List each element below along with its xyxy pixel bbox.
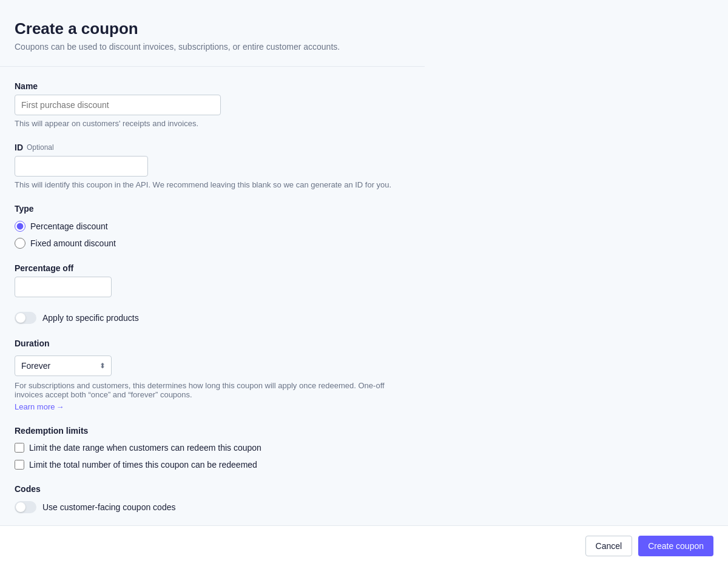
codes-toggle-switch[interactable] — [15, 501, 36, 513]
duration-label: Duration — [15, 339, 410, 348]
type-radio-group: Percentage discount Fixed amount discoun… — [15, 221, 410, 249]
id-input[interactable] — [15, 156, 148, 177]
percentage-label: Percentage off — [15, 263, 410, 273]
apply-specific-toggle-switch[interactable] — [15, 312, 36, 324]
type-label: Type — [15, 204, 410, 214]
page-title: Create a coupon — [15, 19, 410, 38]
type-fixed-radio[interactable] — [15, 238, 25, 249]
name-helper: This will appear on customers' receipts … — [15, 119, 410, 128]
name-input[interactable] — [15, 95, 221, 115]
percentage-input-wrapper: % — [15, 277, 112, 297]
redemption-date-option[interactable]: Limit the date range when customers can … — [15, 443, 410, 453]
footer-bar: Cancel Create coupon — [0, 525, 728, 566]
type-percentage-option[interactable]: Percentage discount — [15, 221, 410, 232]
id-label: ID Optional — [15, 143, 410, 152]
id-optional-label: Optional — [27, 143, 54, 152]
apply-specific-label: Apply to specific products — [42, 313, 139, 323]
type-section: Type Percentage discount Fixed amount di… — [15, 204, 410, 249]
type-percentage-radio[interactable] — [15, 221, 25, 232]
id-section: ID Optional This will identify this coup… — [15, 143, 410, 189]
page-subtitle: Coupons can be used to discount invoices… — [15, 42, 410, 52]
redemption-total-checkbox[interactable] — [15, 460, 24, 470]
duration-select-wrapper: Forever Once Repeating ⬍ — [15, 355, 112, 376]
create-coupon-button[interactable]: Create coupon — [638, 536, 713, 556]
redemption-total-option[interactable]: Limit the total number of times this cou… — [15, 460, 410, 470]
name-section: Name This will appear on customers' rece… — [15, 81, 410, 128]
percentage-input[interactable] — [15, 277, 112, 297]
redemption-total-label: Limit the total number of times this cou… — [29, 460, 257, 470]
redemption-date-label: Limit the date range when customers can … — [29, 443, 261, 453]
learn-more-link[interactable]: Learn more → — [15, 402, 64, 411]
redemption-date-checkbox[interactable] — [15, 443, 24, 453]
duration-section: Duration Forever Once Repeating ⬍ For su… — [15, 339, 410, 411]
type-percentage-label: Percentage discount — [30, 221, 108, 231]
type-fixed-option[interactable]: Fixed amount discount — [15, 238, 410, 249]
codes-toggle-option[interactable]: Use customer-facing coupon codes — [15, 501, 410, 513]
redemption-label: Redemption limits — [15, 426, 410, 436]
codes-section: Codes Use customer-facing coupon codes — [15, 484, 410, 513]
redemption-section: Redemption limits Limit the date range w… — [15, 426, 410, 470]
apply-specific-section: Apply to specific products — [15, 312, 410, 324]
codes-label: Codes — [15, 484, 410, 494]
header-divider — [0, 66, 425, 67]
name-label: Name — [15, 81, 410, 91]
id-helper: This will identify this coupon in the AP… — [15, 180, 410, 189]
percentage-section: Percentage off % — [15, 263, 410, 297]
duration-select[interactable]: Forever Once Repeating — [15, 355, 112, 376]
apply-specific-toggle[interactable]: Apply to specific products — [15, 312, 410, 324]
cancel-button[interactable]: Cancel — [585, 536, 633, 556]
duration-helper: For subscriptions and customers, this de… — [15, 381, 410, 399]
type-fixed-label: Fixed amount discount — [30, 238, 116, 248]
codes-toggle-label: Use customer-facing coupon codes — [42, 502, 175, 512]
